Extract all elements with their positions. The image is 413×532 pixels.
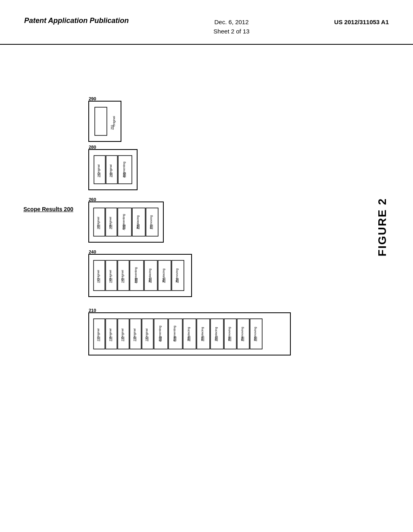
svg-text:210: 210: [89, 308, 96, 313]
header-sheet: Sheet 2 of 13: [213, 27, 249, 36]
figure-label: FIGURE 2: [376, 198, 389, 256]
header-date: Dec. 6, 2012: [213, 18, 249, 27]
main-content: Scope Results 200 FIGURE 2 290 Original …: [0, 45, 413, 528]
svg-text:248: 248: [134, 278, 137, 283]
svg-text:228: 228: [201, 337, 204, 341]
svg-text:262: 262: [97, 224, 100, 229]
svg-text:Original: Original: [112, 116, 116, 127]
svg-text:266: 266: [122, 224, 125, 229]
svg-text:260: 260: [89, 197, 96, 202]
svg-text:252: 252: [162, 278, 165, 283]
svg-text:216: 216: [121, 337, 124, 341]
svg-text:242: 242: [97, 278, 100, 283]
svg-text:220: 220: [145, 337, 148, 341]
svg-rect-2: [95, 107, 107, 135]
svg-text:270: 270: [150, 224, 152, 229]
svg-text:232: 232: [228, 337, 231, 341]
svg-text:264: 264: [109, 224, 112, 229]
svg-text:218: 218: [133, 337, 136, 341]
svg-text:214: 214: [109, 337, 112, 341]
svg-text:254: 254: [175, 278, 178, 283]
svg-text:286: 286: [123, 172, 125, 177]
svg-text:280: 280: [89, 145, 96, 150]
page-header: Patent Application Publication Dec. 6, 2…: [0, 0, 413, 45]
svg-text:282: 282: [97, 172, 100, 177]
svg-text:246: 246: [121, 278, 124, 283]
diagram-svg: 290 Original 292 280 Original 282 Origin…: [56, 97, 359, 460]
svg-text:290: 290: [89, 97, 96, 101]
svg-text:244: 244: [109, 278, 112, 283]
svg-text:236: 236: [254, 337, 257, 341]
publication-title: Patent Application Publication: [24, 16, 129, 25]
svg-text:234: 234: [241, 337, 244, 341]
svg-text:226: 226: [187, 337, 190, 341]
svg-text:224: 224: [173, 337, 176, 341]
svg-text:230: 230: [215, 337, 217, 341]
svg-text:292: 292: [111, 125, 113, 130]
header-center: Dec. 6, 2012 Sheet 2 of 13: [213, 16, 249, 36]
svg-text:240: 240: [89, 249, 96, 254]
header-right: US 2012/311053 A1: [334, 16, 389, 27]
svg-text:268: 268: [136, 224, 139, 229]
svg-text:250: 250: [148, 278, 151, 283]
svg-text:222: 222: [159, 337, 161, 341]
patent-number: US 2012/311053 A1: [334, 18, 389, 27]
svg-text:284: 284: [109, 172, 112, 177]
svg-text:212: 212: [97, 337, 100, 341]
